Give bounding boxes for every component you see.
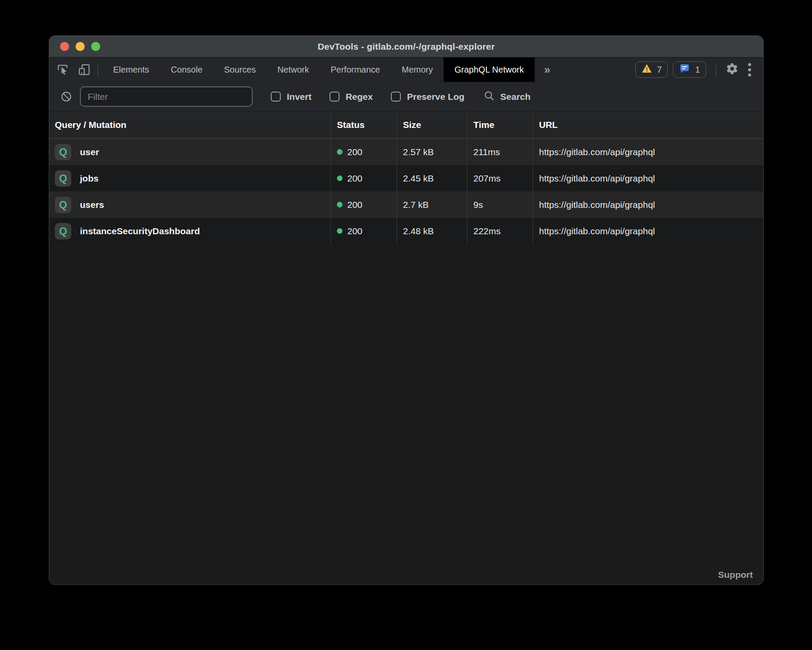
status-code: 200 <box>347 226 362 236</box>
status-ok-icon <box>337 149 343 155</box>
tab-network[interactable]: Network <box>266 57 320 82</box>
request-url: https://gitlab.com/api/graphql <box>533 191 763 218</box>
tab-elements[interactable]: Elements <box>102 57 160 82</box>
query-type-icon: Q <box>55 144 71 160</box>
response-size: 2.48 kB <box>396 218 467 244</box>
support-link[interactable]: Support <box>718 570 753 580</box>
table-row[interactable]: Q jobs 200 2.45 kB 207ms https://gitlab.… <box>49 165 763 191</box>
status-ok-icon <box>337 202 343 207</box>
warnings-count: 7 <box>657 64 662 75</box>
preserve-log-label: Preserve Log <box>407 92 464 102</box>
tab-performance[interactable]: Performance <box>320 57 391 82</box>
response-size: 2.45 kB <box>396 165 467 191</box>
response-time: 207ms <box>467 165 533 191</box>
request-url: https://gitlab.com/api/graphql <box>533 165 763 191</box>
toolbar-divider <box>716 63 716 76</box>
tab-graphql-network[interactable]: GraphQL Network <box>444 57 534 82</box>
more-options-icon[interactable] <box>744 63 755 76</box>
column-header-size[interactable]: Size <box>396 112 467 138</box>
tab-memory[interactable]: Memory <box>391 57 444 82</box>
toolbar-divider <box>98 63 98 76</box>
issues-count: 1 <box>695 64 700 75</box>
filter-input[interactable] <box>80 86 253 107</box>
response-size: 2.7 kB <box>396 191 467 218</box>
inspect-element-icon[interactable] <box>56 63 69 76</box>
window-title: DevTools - gitlab.com/-/graphql-explorer <box>49 41 763 52</box>
invert-checkbox[interactable] <box>271 92 281 102</box>
search-icon <box>483 90 495 104</box>
status-ok-icon <box>337 228 343 234</box>
table-header: Query / Mutation Status Size Time URL <box>49 112 763 139</box>
message-icon <box>679 63 690 76</box>
invert-checkbox-group: Invert <box>271 92 311 102</box>
panel-tabs: Elements Console Sources Network Perform… <box>102 57 560 82</box>
column-header-time[interactable]: Time <box>467 112 533 138</box>
block-filter-icon[interactable] <box>60 91 72 102</box>
query-name: user <box>80 147 99 157</box>
column-header-query-mutation[interactable]: Query / Mutation <box>49 112 330 138</box>
regex-label: Regex <box>346 92 373 102</box>
request-url: https://gitlab.com/api/graphql <box>533 218 763 244</box>
status-code: 200 <box>347 200 362 210</box>
table-row[interactable]: Q user 200 2.57 kB 211ms https://gitlab.… <box>49 139 763 165</box>
close-window-button[interactable] <box>60 42 69 51</box>
preserve-log-checkbox[interactable] <box>391 92 401 102</box>
search-label: Search <box>500 92 530 102</box>
response-time: 9s <box>467 191 533 218</box>
more-tabs-icon[interactable]: » <box>535 57 560 82</box>
response-time: 211ms <box>467 139 533 165</box>
column-header-url[interactable]: URL <box>533 112 763 138</box>
table-row[interactable]: Q instanceSecurityDashboard 200 2.48 kB … <box>49 218 763 244</box>
query-name: instanceSecurityDashboard <box>80 226 200 236</box>
query-name: jobs <box>80 173 98 184</box>
filter-bar: Invert Regex Preserve Log Search <box>49 82 763 112</box>
tab-console[interactable]: Console <box>160 57 213 82</box>
minimize-window-button[interactable] <box>76 42 85 51</box>
regex-checkbox[interactable] <box>330 92 339 102</box>
settings-gear-icon[interactable] <box>726 62 739 77</box>
query-type-icon: Q <box>55 170 71 187</box>
traffic-lights <box>60 36 100 57</box>
response-size: 2.57 kB <box>396 139 467 165</box>
devtools-tabbar: Elements Console Sources Network Perform… <box>49 57 763 82</box>
response-time: 222ms <box>467 218 533 244</box>
column-header-status[interactable]: Status <box>330 112 396 138</box>
status-ok-icon <box>337 175 343 181</box>
preserve-log-checkbox-group: Preserve Log <box>391 92 464 102</box>
query-name: users <box>80 200 104 210</box>
warnings-badge[interactable]: 7 <box>635 61 668 78</box>
status-code: 200 <box>347 147 362 157</box>
titlebar: DevTools - gitlab.com/-/graphql-explorer <box>49 36 763 57</box>
warning-icon <box>641 63 652 76</box>
zoom-window-button[interactable] <box>91 42 100 51</box>
request-list: Q user 200 2.57 kB 211ms https://gitlab.… <box>49 139 763 244</box>
table-row[interactable]: Q users 200 2.7 kB 9s https://gitlab.com… <box>49 191 763 218</box>
devtools-window: DevTools - gitlab.com/-/graphql-explorer… <box>49 35 764 585</box>
issues-badge[interactable]: 1 <box>673 61 706 78</box>
status-code: 200 <box>347 173 362 184</box>
toggle-device-toolbar-icon[interactable] <box>78 63 91 76</box>
query-type-icon: Q <box>55 223 71 239</box>
request-url: https://gitlab.com/api/graphql <box>533 139 763 165</box>
tab-sources[interactable]: Sources <box>213 57 266 82</box>
invert-label: Invert <box>287 92 311 102</box>
regex-checkbox-group: Regex <box>330 92 373 102</box>
search-button[interactable]: Search <box>483 90 530 104</box>
query-type-icon: Q <box>55 197 71 213</box>
